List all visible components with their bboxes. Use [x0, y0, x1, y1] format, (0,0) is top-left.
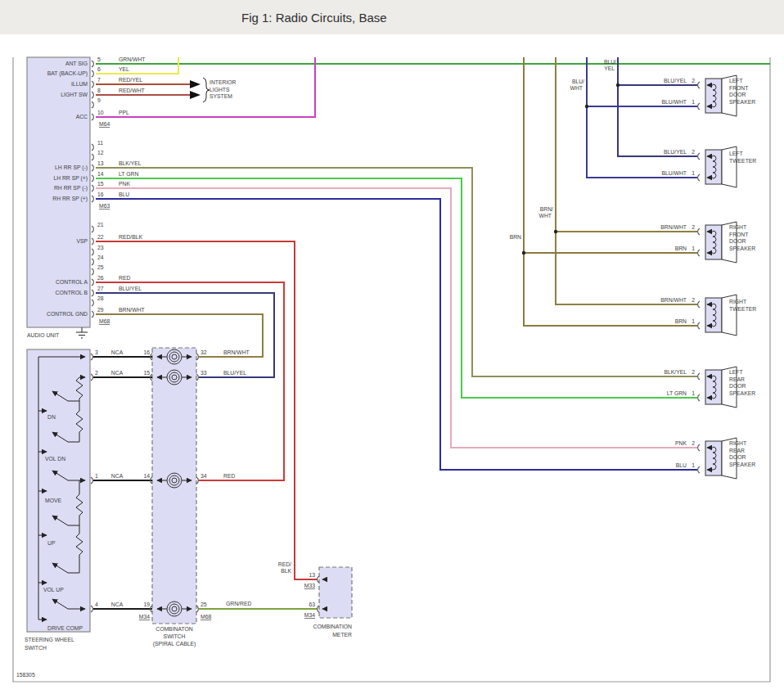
speaker-name: FRONT	[729, 232, 748, 237]
pin-signal: ACC	[76, 114, 88, 119]
audio-unit-box	[27, 57, 90, 327]
title-bar-bg	[0, 0, 784, 34]
connector-label: M63	[99, 203, 110, 209]
connector-label: M68	[99, 318, 110, 324]
wire-label: BRN/WHT	[119, 307, 145, 313]
pin-signal: VSP	[76, 238, 88, 244]
combination-meter-box	[319, 567, 352, 618]
trunk-wire-labels: BLU/ YEL BLU/ WHT BRN/ WHT BRN	[510, 59, 616, 240]
wire-label: RED	[119, 275, 130, 281]
pin-number: 2	[692, 78, 695, 83]
combination-meter-name: METER	[332, 632, 352, 638]
wire-label: RED/YEL	[119, 77, 142, 83]
wire-label: BLU/WHT	[661, 99, 687, 105]
wire-label: RED/WHT	[119, 88, 145, 93]
pin-number: 14	[97, 171, 104, 177]
ground-symbol	[76, 327, 88, 338]
combination-switch-name: (SPIRAL CABLE)	[153, 641, 196, 647]
switch-label: DN	[47, 414, 56, 420]
speaker-name: FRONT	[729, 85, 748, 91]
pin-number: 1	[692, 246, 695, 251]
pin-number: 26	[97, 275, 104, 281]
nca-wires	[93, 357, 152, 609]
wire-label: BRN/	[540, 206, 553, 212]
pin-number: 1	[692, 390, 695, 396]
pin-number: 13	[97, 160, 104, 166]
wire-label: BLU	[676, 462, 687, 468]
steering-switch-name: STEERING WHEEL	[25, 637, 74, 642]
combination-switch: 3 NCA 16 32 BRN/WHT 2 NCA 15 33 BLU/YEL …	[93, 348, 251, 647]
wire-label: BLU/YEL	[119, 286, 142, 291]
wire-label: BLU/WHT	[661, 170, 687, 176]
pin-number: 16	[143, 349, 150, 355]
pin-number: 29	[97, 307, 104, 313]
pin-number: 4	[95, 602, 98, 607]
speaker-left-rear-door: BLK/YEL 2 LT GRN 1 LEFT REAR DOOR SPEAKE…	[664, 367, 755, 408]
wire-label: BLU/YEL	[223, 370, 246, 376]
interior-lights-callout: INTERIOR LIGHTS SYSTEM	[190, 78, 237, 102]
wire-label: BRN	[675, 246, 687, 251]
wire-label: BLK	[281, 568, 291, 574]
pin-number: 15	[97, 181, 104, 187]
arrow-right-icon	[190, 80, 201, 88]
connector-label: M68	[201, 614, 211, 620]
wire-label: BRN/WHT	[660, 297, 687, 303]
pin-number: 27	[97, 286, 104, 291]
pin-number: 25	[97, 264, 104, 270]
pin-number: 6	[97, 66, 101, 72]
pin-signal: LH RR SP (-)	[55, 164, 88, 171]
pin-number: 1	[692, 318, 695, 324]
callout-line: LIGHTS	[210, 87, 230, 92]
pin-number: 33	[201, 370, 207, 376]
pin-number: 12	[97, 150, 104, 155]
combination-switch-name: COMBINATON	[155, 626, 193, 632]
pin-number: 2	[692, 297, 695, 303]
speaker-name: RIGHT	[729, 440, 746, 446]
wire-label: BRN	[510, 234, 521, 240]
pin-number: 22	[97, 234, 104, 240]
speaker-name: LEFT	[729, 369, 743, 375]
pin-signal: RH RR SP (-)	[54, 185, 88, 192]
wire-label: GRN/RED	[226, 601, 251, 606]
switch-label: UP	[47, 540, 56, 546]
wires	[96, 57, 770, 609]
pin-number: 1	[692, 462, 695, 468]
pin-number: 24	[97, 255, 104, 260]
audio-pin-sockets	[92, 61, 93, 318]
switch-label: MOVE	[45, 498, 61, 503]
speaker-name: SPEAKER	[729, 390, 755, 396]
speaker-name: LEFT	[729, 78, 743, 83]
steering-pin-sockets	[91, 354, 92, 612]
diagram-frame	[13, 57, 770, 682]
pin-number: 32	[201, 349, 207, 355]
pin-number: 2	[692, 149, 695, 155]
wire-label: WHT	[570, 85, 583, 91]
callout-line: SYSTEM	[210, 93, 232, 99]
wire-label: NCA	[111, 473, 124, 479]
pin-number: 14	[143, 473, 150, 479]
pin-number: 2	[692, 369, 695, 375]
wire-label: BLU/	[604, 59, 616, 65]
speaker-name: RIGHT	[729, 299, 746, 304]
pin-number: 8	[97, 88, 101, 93]
speaker-name: SPEAKER	[729, 99, 755, 105]
connector-label: M33	[304, 583, 315, 588]
trunk-brn-wht	[556, 57, 697, 304]
brace-icon	[203, 78, 210, 102]
connector-label: M34	[304, 612, 315, 618]
speaker-name: TWEETER	[729, 158, 756, 164]
audio-unit-label: AUDIO UNIT	[27, 332, 59, 338]
figure-title: Fig 1: Radio Circuits, Base	[241, 11, 387, 25]
speaker-left-tweeter: BLU/YEL 2 BLU/WHT 1 LEFT TWEETER	[661, 146, 756, 187]
pin-number: 7	[97, 77, 101, 83]
wire-label: BLK/YEL	[664, 369, 687, 375]
pin-number: 15	[143, 370, 150, 376]
wire-label: PNK	[119, 181, 130, 187]
pin-number: 13	[309, 572, 315, 578]
pin-number: 2	[692, 224, 695, 230]
steering-wheel-switch: DN VOL DN MOVE UP VOL UP DRIVE COMP STEE…	[25, 349, 92, 651]
pin-number: 5	[97, 56, 101, 62]
speaker-name: LEFT	[729, 151, 743, 156]
wire-label: BLU/	[572, 79, 584, 84]
steering-switch-name: SWITCH	[25, 645, 47, 651]
